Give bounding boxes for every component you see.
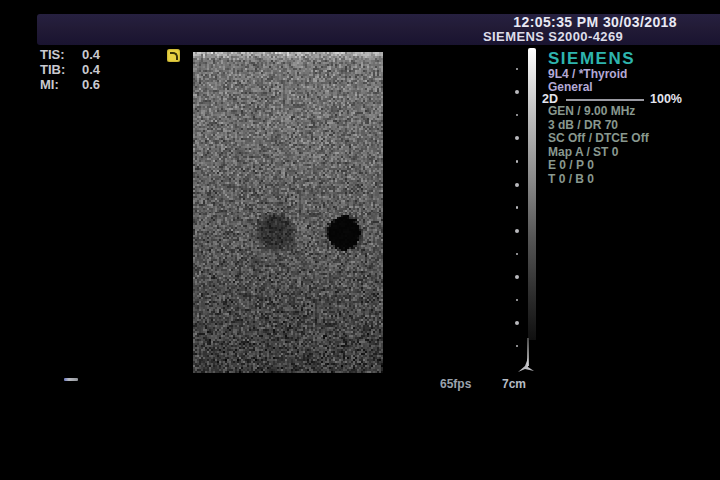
ultrasound-screen: { "header": { "datetime": "12:05:35 PM 3…: [0, 0, 720, 480]
ruler-tick-minor: [516, 299, 519, 302]
ruler-tick-major: [515, 275, 519, 279]
tis-row: TIS: 0.4: [40, 47, 100, 62]
ruler-tick-minor: [516, 345, 519, 348]
settings-line: T 0 / B 0: [548, 173, 649, 187]
ruler-tick-major: [515, 321, 519, 325]
imaging-settings-list: GEN / 9.00 MHz3 dB / DR 70SC Off / DTCE …: [548, 105, 649, 187]
ruler-tick-minor: [516, 160, 519, 163]
mi-value: 0.6: [74, 77, 100, 92]
machine-model-label: SIEMENS S2000-4269: [483, 29, 623, 44]
ultrasound-image[interactable]: [193, 52, 383, 373]
siemens-logo: SIEMENS: [548, 49, 635, 69]
settings-line: Map A / ST 0: [548, 146, 649, 160]
tis-label: TIS:: [40, 47, 74, 62]
mi-row: MI: 0.6: [40, 77, 100, 92]
safety-index-panel: TIS: 0.4 TIB: 0.4 MI: 0.6: [40, 47, 100, 92]
ruler-tick-major: [515, 229, 519, 233]
mi-label: MI:: [40, 77, 74, 92]
settings-line: E 0 / P 0: [548, 159, 649, 173]
probe-orientation-marker-icon: [167, 49, 180, 62]
ruler-tick-minor: [516, 253, 519, 256]
gain-line: [566, 99, 644, 101]
tib-label: TIB:: [40, 62, 74, 77]
grayscale-bar: [528, 48, 536, 340]
ruler-tick-major: [515, 183, 519, 187]
settings-line: GEN / 9.00 MHz: [548, 105, 649, 119]
frame-rate-label: 65fps: [440, 377, 471, 391]
probe-preset-label: 9L4 / *Thyroid: [548, 67, 627, 81]
ruler-tick-major: [515, 136, 519, 140]
us-canvas: [193, 52, 383, 373]
datetime-label: 12:05:35 PM 30/03/2018: [513, 14, 677, 30]
settings-line: SC Off / DTCE Off: [548, 132, 649, 146]
depth-label: 7cm: [502, 377, 526, 391]
ruler-tick-major: [515, 90, 519, 94]
tib-row: TIB: 0.4: [40, 62, 100, 77]
depth-ruler: [512, 52, 522, 373]
ruler-tick-minor: [516, 206, 519, 209]
settings-line: 3 dB / DR 70: [548, 119, 649, 133]
tib-value: 0.4: [74, 62, 100, 77]
ruler-tick-minor: [516, 114, 519, 117]
focus-marker-icon[interactable]: [515, 356, 537, 376]
ruler-tick-minor: [516, 68, 519, 71]
gain-value: 100%: [650, 92, 682, 106]
tgc-slider-dash[interactable]: [64, 378, 78, 381]
tis-value: 0.4: [74, 47, 100, 62]
